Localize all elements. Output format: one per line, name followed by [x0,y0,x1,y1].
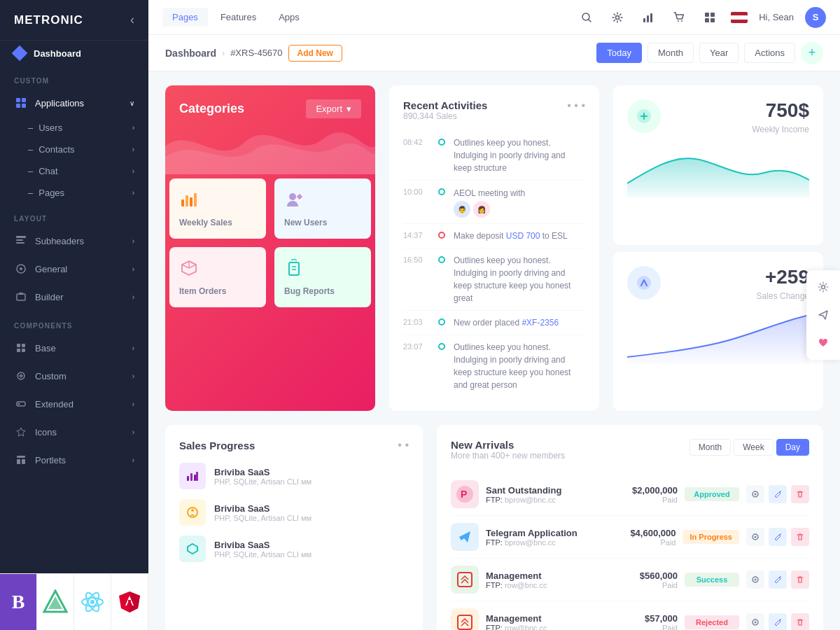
view-action-icon[interactable] [746,528,764,546]
progress-info-2: Briviba SaaS PHP, SQLite, Artisan CLI мм [214,503,409,522]
svg-point-57 [755,579,757,581]
sidebar: METRONIC ‹ Dashboard CUSTOM Applications… [0,0,148,630]
period-month-button[interactable]: Month [648,43,694,63]
sidebar-item-extended[interactable]: Extended › [0,390,148,418]
sidebar-item-portlets[interactable]: Portlets › [0,446,148,474]
weekly-income-chart [627,141,809,197]
sidebar-item-users[interactable]: – Users › [0,117,148,139]
new-users-icon [284,190,304,214]
sidebar-item-icons[interactable]: Icons › [0,418,148,446]
quick-settings-icon[interactable] [812,276,834,298]
actions-button[interactable]: Actions [744,43,795,63]
svg-rect-2 [16,242,24,244]
sidebar-item-contacts[interactable]: – Contacts › [0,139,148,160]
svg-rect-17 [22,459,25,464]
stat-top: 750$ Weekly Income [627,99,809,134]
activities-header: Recent Activities 890,344 Sales • • • [403,99,585,121]
applications-label: Applications [35,98,130,108]
edit-action-icon[interactable] [769,613,787,630]
arrival-amount-mgmt1: $560,000 Paid [615,570,678,589]
arrival-info-mgmt1: Management FTP: row@bnc.cc [486,570,608,589]
edit-action-icon[interactable] [769,570,787,589]
base-chevron: › [132,344,134,352]
sidebar-toggle-icon[interactable]: ‹ [130,13,134,27]
quick-heart-icon[interactable] [812,332,834,354]
angular-icon[interactable] [111,574,148,630]
svg-point-23 [678,20,679,22]
icons-icon [14,425,28,439]
sidebar-item-builder[interactable]: Builder › [0,283,148,311]
general-label: General [35,264,132,274]
view-action-icon[interactable] [746,485,764,503]
sidebar-item-subheaders[interactable]: Subheaders › [0,227,148,255]
cat-new-users[interactable]: New Users [274,178,371,239]
sidebar-item-base[interactable]: Base › [0,334,148,362]
svg-rect-5 [17,294,25,300]
builder-icon [14,290,28,304]
vue-icon[interactable] [37,574,74,630]
settings-icon[interactable] [608,8,627,27]
sidebar-item-pages[interactable]: – Pages › [0,182,148,204]
nav-apps[interactable]: Apps [269,8,309,27]
sales-progress-menu-icon[interactable]: • • [398,439,409,451]
sidebar-item-dashboard[interactable]: Dashboard [0,41,148,66]
avatar: 👨 [454,201,470,218]
top-nav-links: Pages Features Apps [162,8,577,27]
user-avatar[interactable]: S [805,7,826,28]
svg-rect-37 [289,262,299,275]
quick-actions-panel [806,270,840,360]
grid-icon[interactable] [700,8,720,27]
cart-icon[interactable] [669,8,689,27]
edit-action-icon[interactable] [769,528,787,546]
bug-reports-icon [284,258,304,282]
svg-rect-9 [17,349,20,352]
breadcrumb-home[interactable]: Dashboard [165,48,216,59]
top-nav-right: Hi, Sean S [577,7,826,28]
nav-pages[interactable]: Pages [162,8,208,27]
react-icon[interactable] [74,574,111,630]
delete-action-icon[interactable] [791,613,809,630]
stats-column: 750$ Weekly Income [613,85,823,411]
svg-rect-26 [710,13,715,17]
timeline-item: 21:03 New order placed #XF-2356 [403,311,585,335]
plus-button[interactable]: + [801,42,823,64]
search-icon[interactable] [577,8,596,27]
sales-change-label: Sales Change [757,291,809,301]
sidebar-item-custom-comp[interactable]: Custom › [0,362,148,390]
cat-weekly-sales[interactable]: Weekly Sales [169,178,266,239]
arrival-logo-telegram [451,523,479,551]
flag-icon[interactable] [731,12,748,23]
activities-menu-icon[interactable]: • • • [567,99,585,112]
edit-action-icon[interactable] [769,485,787,503]
delete-action-icon[interactable] [791,570,809,589]
progress-icon-1 [179,463,206,489]
item-orders-icon [179,258,199,282]
sidebar-item-general[interactable]: General › [0,255,148,283]
chart-icon[interactable] [638,8,658,27]
export-button[interactable]: Export ▾ [306,99,361,118]
action-icons-sant [746,485,809,503]
add-new-button[interactable]: Add New [288,45,342,62]
cat-bug-reports[interactable]: Bug Reports [274,247,371,307]
view-action-icon[interactable] [746,613,764,630]
arrivals-tab-month[interactable]: Month [690,439,731,456]
progress-info-1: Briviba SaaS PHP, SQLite, Artisan CLI мм [214,467,409,486]
nav-features[interactable]: Features [211,8,266,27]
delete-action-icon[interactable] [791,485,809,503]
bootstrap-icon[interactable]: B [0,574,37,630]
view-action-icon[interactable] [746,570,764,589]
arrivals-subtitle: More than 400+ new members [451,451,565,461]
sidebar-item-chat[interactable]: – Chat › [0,160,148,182]
sidebar-item-applications[interactable]: Applications ∨ [0,89,148,117]
period-year-button[interactable]: Year [699,43,738,63]
period-today-button[interactable]: Today [596,43,642,63]
quick-send-icon[interactable] [812,304,834,326]
svg-rect-42 [187,476,189,481]
delete-action-icon[interactable] [791,528,809,546]
subheader-right: Today Month Year Actions + [596,42,823,64]
cat-item-orders[interactable]: Item Orders [169,247,266,307]
arrivals-tab-week[interactable]: Week [734,439,773,456]
sales-change-card: +259 Sales Change [613,252,823,412]
arrivals-tab-day[interactable]: Day [776,439,809,456]
categories-title: Categories [179,102,244,116]
